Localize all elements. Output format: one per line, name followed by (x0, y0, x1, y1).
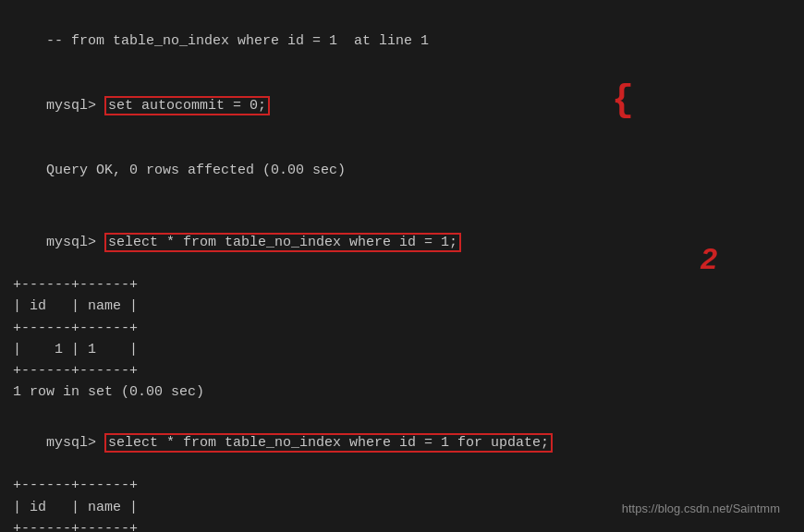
result1-line: Query OK, 0 rows affected (0.00 sec) (13, 139, 791, 203)
top-comment-text: -- from table_no_index where id = 1 at l… (46, 33, 429, 49)
prompt-1: mysql> (46, 98, 104, 114)
table1-sep-mid: +------+------+ (13, 318, 791, 339)
table1-sep-top: +------+------+ (13, 274, 791, 296)
cmd1-boxed: set autocommit = 0; (104, 96, 270, 115)
watermark: https://blog.csdn.net/Saintmm (622, 502, 780, 515)
annotation-number-2: 2 (700, 242, 717, 276)
result1-text: Query OK, 0 rows affected (0.00 sec) (46, 163, 346, 178)
cmd1-line: mysql> set autocommit = 0; (13, 74, 791, 139)
top-comment-line: -- from table_no_index where id = 1 at l… (13, 9, 791, 74)
table2-sep-top: +------+------+ (13, 475, 791, 496)
prompt-3: mysql> (46, 435, 104, 451)
table1-row: | 1 | 1 | (13, 339, 791, 360)
brace-annotation: { (612, 83, 634, 120)
cmd2-line: mysql> select * from table_no_index wher… (13, 210, 791, 274)
table1-sep-bot: +------+------+ (13, 360, 791, 381)
prompt-2: mysql> (46, 235, 104, 250)
table1-header: | id | name | (13, 296, 791, 317)
table2-sep-mid: +------+------+ (13, 518, 791, 532)
terminal-window: -- from table_no_index where id = 1 at l… (13, 9, 791, 523)
table1-result: 1 row in set (0.00 sec) (13, 381, 791, 403)
cmd3-boxed: select * from table_no_index where id = … (104, 433, 553, 453)
cmd2-boxed: select * from table_no_index where id = … (104, 233, 461, 252)
cmd3-line: mysql> select * from table_no_index wher… (13, 411, 791, 476)
